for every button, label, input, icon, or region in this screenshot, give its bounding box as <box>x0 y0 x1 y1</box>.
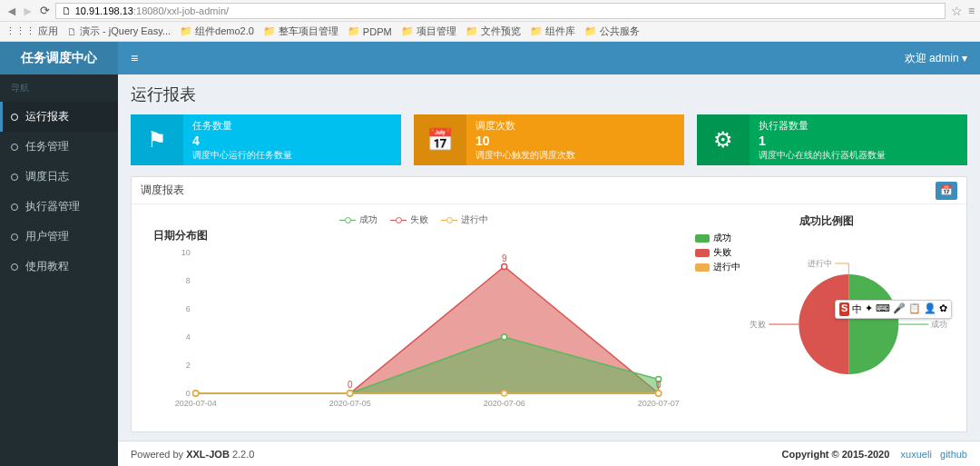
bookmark-item[interactable]: 📁文件预览 <box>466 25 521 38</box>
card-executors: ⚙ 执行器数量 1 调度中心在线的执行器机器数量 <box>697 114 967 165</box>
sidebar-item-report[interactable]: 运行报表 <box>0 102 118 132</box>
github-link[interactable]: github <box>940 449 967 460</box>
svg-point-19 <box>193 391 199 396</box>
page-title: 运行报表 <box>131 84 967 105</box>
bookmark-item[interactable]: 📁组件库 <box>530 25 575 38</box>
svg-point-20 <box>348 391 353 396</box>
card-dispatch: 📅 调度次数 10 调度中心触发的调度次数 <box>414 114 684 165</box>
svg-text:失败: 失败 <box>750 320 767 329</box>
hamburger-icon[interactable]: ≡ <box>131 51 138 65</box>
svg-point-21 <box>502 391 507 396</box>
svg-text:4: 4 <box>186 332 191 342</box>
line-chart-title: 日期分布图 <box>141 228 686 243</box>
reload-icon[interactable]: ⟳ <box>40 4 50 17</box>
bookmark-item[interactable]: 📁组件demo2.0 <box>180 25 254 38</box>
apps-button[interactable]: ⋮⋮⋮ 应用 <box>5 25 58 38</box>
nav-header: 导航 <box>0 74 118 102</box>
sidebar-item-executors[interactable]: 执行器管理 <box>0 192 118 222</box>
settings-icon: ⚙ <box>697 114 750 165</box>
ime-toolbar[interactable]: S 中 ✦⌨🎤📋👤✿ <box>835 300 952 319</box>
bookmark-item[interactable]: 📁PDPM <box>348 25 392 37</box>
sidebar-item-tutorial[interactable]: 使用教程 <box>0 252 118 282</box>
svg-text:2: 2 <box>186 361 191 370</box>
bookmark-item[interactable]: 📁整车项目管理 <box>263 25 338 38</box>
panel-title: 调度报表 <box>141 183 184 198</box>
svg-point-17 <box>502 334 507 340</box>
user-dropdown[interactable]: 欢迎 admin ▾ <box>905 51 967 66</box>
svg-text:2020-07-07: 2020-07-07 <box>638 399 680 408</box>
url-input[interactable]: 🗋 10.91.198.13:18080/xxl-job-admin/ <box>55 3 946 19</box>
app-logo[interactable]: 任务调度中心 <box>0 42 118 74</box>
bookmark-item[interactable]: 🗋演示 - jQuery Easy... <box>67 25 171 38</box>
svg-text:2020-07-04: 2020-07-04 <box>175 399 217 408</box>
bookmark-item[interactable]: 📁项目管理 <box>401 25 456 38</box>
svg-text:10: 10 <box>181 248 191 257</box>
pie-chart-legend: 成功 失败 进行中 <box>695 232 740 275</box>
svg-text:0: 0 <box>348 380 353 390</box>
svg-text:0: 0 <box>656 380 662 390</box>
pie-chart-title: 成功比例图 <box>695 213 957 229</box>
nav-forward-icon[interactable]: ► <box>22 4 34 18</box>
top-header: ≡ 欢迎 admin ▾ <box>118 42 980 74</box>
svg-text:2020-07-05: 2020-07-05 <box>329 399 371 408</box>
bookmark-item[interactable]: 📁公共服务 <box>584 25 640 38</box>
author-link[interactable]: xuxueli <box>901 449 932 460</box>
browser-address-bar: ◄ ► ⟳ 🗋 10.91.198.13:18080/xxl-job-admin… <box>0 0 980 22</box>
sidebar-item-tasks[interactable]: 任务管理 <box>0 132 118 162</box>
flag-icon: ⚑ <box>131 114 183 165</box>
svg-point-13 <box>502 264 507 270</box>
sidebar-item-users[interactable]: 用户管理 <box>0 222 118 252</box>
line-chart[interactable]: 成功 失败 进行中 日期分布图 02468102020-07-042020-07… <box>141 213 686 422</box>
calendar-icon: 📅 <box>414 114 466 165</box>
footer: Powered by XXL-JOB 2.2.0 Copyright © 201… <box>118 441 980 466</box>
svg-text:8: 8 <box>186 276 191 285</box>
sidebar: 任务调度中心 导航 运行报表 任务管理 调度日志 执行器管理 用户管理 使用教程 <box>0 42 118 466</box>
browser-menu-icon[interactable]: ≡ <box>968 5 975 17</box>
bookmark-star-icon[interactable]: ☆ <box>951 4 963 18</box>
svg-text:6: 6 <box>186 304 191 313</box>
date-picker-button[interactable]: 📅 <box>936 182 957 200</box>
svg-text:成功: 成功 <box>932 320 948 329</box>
card-tasks: ⚑ 任务数量 4 调度中心运行的任务数量 <box>131 114 401 165</box>
svg-text:9: 9 <box>502 253 507 263</box>
svg-text:0: 0 <box>186 389 191 398</box>
svg-text:2020-07-06: 2020-07-06 <box>484 399 525 408</box>
svg-text:进行中: 进行中 <box>808 259 833 268</box>
svg-point-22 <box>656 391 662 396</box>
bookmark-bar: ⋮⋮⋮ 应用 🗋演示 - jQuery Easy... 📁组件demo2.0 📁… <box>0 22 980 42</box>
line-chart-legend: 成功 失败 进行中 <box>141 213 686 226</box>
nav-back-icon[interactable]: ◄ <box>5 4 18 18</box>
sidebar-item-logs[interactable]: 调度日志 <box>0 162 118 192</box>
